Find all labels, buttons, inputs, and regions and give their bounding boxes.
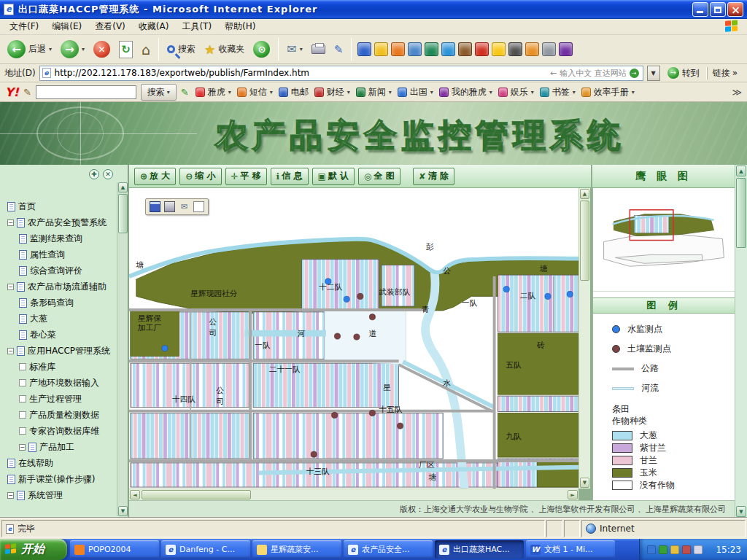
close-button[interactable]: [727, 2, 743, 17]
menu-item[interactable]: 收藏(A): [132, 18, 176, 35]
info-button[interactable]: ℹ信 息: [271, 168, 309, 185]
sidebar-item[interactable]: 产地环境数据输入: [0, 375, 117, 391]
sidebar-item[interactable]: 专家咨询数据库维: [0, 423, 117, 439]
sidebar-item[interactable]: 新手课堂(操作步骤): [0, 471, 117, 487]
full-map-button[interactable]: ◎全 图: [358, 168, 400, 185]
collapse-icon[interactable]: −: [7, 348, 14, 354]
taskbar-task[interactable]: POPO2004: [70, 540, 159, 559]
map-vertical-scrollbar[interactable]: ▲ ▼: [578, 188, 590, 489]
sidebar-item[interactable]: −应用HACCP管理系统: [0, 343, 117, 359]
clock[interactable]: 15:23: [716, 545, 741, 555]
address-dropdown-button[interactable]: ▼: [647, 66, 660, 81]
soil-monitor-point[interactable]: [331, 412, 337, 418]
scroll-down-icon[interactable]: ▼: [580, 478, 589, 488]
soil-monitor-point[interactable]: [357, 293, 363, 299]
yahoo-item[interactable]: 娱乐▾: [496, 86, 536, 98]
tray-icon[interactable]: [670, 545, 679, 554]
sidebar-item[interactable]: 条形码查询: [0, 295, 117, 311]
collapse-icon[interactable]: −: [19, 444, 26, 451]
yahoo-item[interactable]: 雅虎▾: [193, 86, 233, 98]
sidebar-item[interactable]: −系统管理: [0, 487, 117, 503]
sidebar-item[interactable]: 监测结果查询: [0, 230, 117, 246]
soil-monitor-point[interactable]: [369, 410, 375, 416]
close-sidebar-button[interactable]: ✕: [103, 169, 113, 179]
scroll-down-icon[interactable]: ▼: [118, 506, 128, 516]
highlight-pen-icon[interactable]: ✎: [181, 87, 189, 98]
scrollbar-thumb[interactable]: [142, 490, 251, 499]
yahoo-logo-icon[interactable]: Y!: [5, 85, 19, 99]
chevron-down-icon[interactable]: ▾: [49, 46, 52, 52]
sidebar-item[interactable]: −农产品安全预警系统: [0, 214, 117, 230]
favorites-button[interactable]: ★ 收藏夹: [201, 41, 248, 58]
taskbar-task[interactable]: e出口蔬菜HAC...: [435, 540, 524, 559]
yahoo-item[interactable]: 我的雅虎▾: [437, 86, 495, 98]
sidebar-item[interactable]: 综合查询评价: [0, 262, 117, 279]
tray-icon[interactable]: [647, 545, 656, 554]
taskbar-task[interactable]: eDanfeng - C...: [161, 540, 250, 559]
soil-monitor-point[interactable]: [369, 314, 375, 320]
map-horizontal-scrollbar[interactable]: ◄ ►: [129, 489, 578, 500]
y-messenger-icon[interactable]: [559, 42, 573, 56]
scrollbar-thumb[interactable]: [118, 194, 128, 233]
title-bar[interactable]: e 出口蔬菜HACCP管理系统 - Microsoft Internet Exp…: [0, 0, 747, 19]
cup-icon[interactable]: [391, 42, 405, 56]
back-button[interactable]: ← 后退 ▾: [4, 39, 55, 60]
zoom-out-button[interactable]: ⊖缩 小: [179, 168, 221, 185]
sidebar-item[interactable]: −农产品市场流通辅助: [0, 279, 117, 295]
sidebar-item[interactable]: 产品质量检测数据: [0, 407, 117, 423]
tray-icon[interactable]: [682, 545, 691, 554]
smiley-icon[interactable]: [374, 42, 388, 56]
compass-icon[interactable]: [408, 42, 422, 56]
map-viewport[interactable]: 塘彭公塘星辉现园社分十二队武装部队一队二队星辉保加工厂公司河道一队青水星二十一队…: [129, 188, 578, 489]
scroll-up-icon[interactable]: ▲: [118, 182, 128, 192]
save-icon[interactable]: [150, 201, 160, 212]
history-button[interactable]: ⊙: [249, 39, 274, 59]
mail-icon[interactable]: ✉: [179, 201, 190, 212]
sidebar-item[interactable]: 卷心菜: [0, 327, 117, 343]
water-monitor-point[interactable]: [567, 291, 573, 297]
maximize-button[interactable]: [710, 2, 726, 17]
address-input[interactable]: e http://202.121.178.183/exportweb/publi…: [39, 66, 643, 81]
scroll-up-icon[interactable]: ▲: [580, 189, 589, 199]
yahoo-item[interactable]: 效率手册▾: [579, 86, 637, 98]
collapse-icon[interactable]: −: [7, 284, 14, 290]
minimize-button[interactable]: [692, 2, 708, 17]
soil-monitor-point[interactable]: [397, 423, 403, 429]
soil-monitor-point[interactable]: [311, 451, 317, 457]
sidebar-item[interactable]: 属性查询: [0, 246, 117, 262]
menu-item[interactable]: 帮助(H): [218, 18, 262, 35]
scrollbar-thumb[interactable]: [580, 201, 589, 281]
water-monitor-point[interactable]: [162, 346, 168, 351]
collapse-icon[interactable]: −: [7, 219, 14, 226]
yahoo-item[interactable]: 新闻▾: [354, 86, 394, 98]
forward-button[interactable]: → ▾: [57, 39, 88, 60]
water-monitor-point[interactable]: [344, 296, 349, 302]
collapse-icon[interactable]: −: [7, 492, 14, 499]
sidebar-item[interactable]: 生产过程管理: [0, 391, 117, 407]
clear-button[interactable]: ✘清 除: [413, 168, 454, 185]
tray-icon[interactable]: [694, 545, 703, 554]
edit-button[interactable]: ✎: [330, 42, 347, 58]
chevron-down-icon[interactable]: ▾: [82, 46, 85, 52]
mail-button[interactable]: ✉ ▾: [283, 41, 306, 58]
pan-button[interactable]: ✛平 移: [225, 168, 267, 185]
scroll-left-icon[interactable]: ◄: [130, 490, 140, 499]
water-monitor-point[interactable]: [503, 287, 509, 292]
menu-item[interactable]: 文件(F): [3, 18, 45, 35]
sidebar-item[interactable]: 在线帮助: [0, 455, 117, 471]
water-monitor-point[interactable]: [545, 293, 551, 299]
yahoo-search-input[interactable]: [36, 85, 136, 99]
zoom-in-button[interactable]: ⊕放 大: [134, 168, 176, 185]
links-button[interactable]: 链接 »: [707, 67, 743, 79]
grid-icon[interactable]: [542, 42, 556, 56]
ball-blue-icon[interactable]: [441, 42, 455, 56]
address-url[interactable]: http://202.121.178.183/exportweb/publish…: [55, 68, 546, 78]
scroll-down-icon[interactable]: ▼: [736, 506, 746, 517]
eagle-eye-map[interactable]: [593, 188, 735, 292]
tray-icon[interactable]: [659, 545, 667, 554]
default-view-button[interactable]: ▣默 认: [312, 168, 355, 185]
mouse-icon[interactable]: [508, 42, 522, 56]
sidebar-scrollbar[interactable]: ▲ ▼: [117, 182, 128, 516]
sidebar-item[interactable]: −产品加工: [0, 439, 117, 455]
chevron-down-icon[interactable]: ▾: [300, 46, 303, 52]
